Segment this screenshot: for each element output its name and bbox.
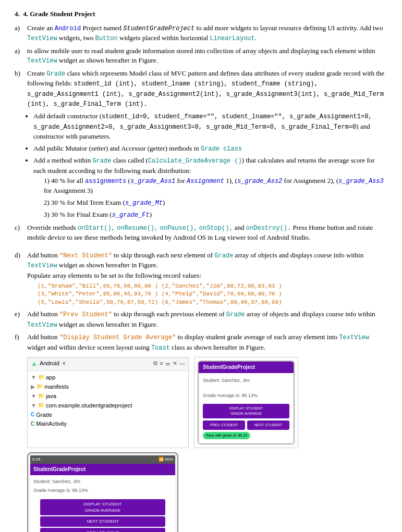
next-btn[interactable]: NEXT STUDENT xyxy=(247,420,289,430)
phone-header: StudentGradeProject xyxy=(30,464,175,476)
item-content-e: Add button "Prev Student" to skip throug… xyxy=(27,310,387,330)
tree-grade: C Grade xyxy=(31,411,185,420)
prev-btn[interactable]: PREV STUDENT xyxy=(203,420,245,430)
phone-student: Student: Sanchez, Jim xyxy=(33,478,172,485)
bullet-list: Add default constructor (student_id=0, s… xyxy=(33,112,387,220)
item-e: e) Add button "Prev Student" to skip thr… xyxy=(15,310,387,330)
prev-btn-ref: "Prev Student" xyxy=(59,311,112,318)
item-b: b) Create Grade class which represents M… xyxy=(15,69,387,109)
mark-3: 3) 30 % for Final Exam (s_grade_Ft) xyxy=(44,210,387,220)
mark-2: 2) 30 % for Mid Term Exam (s_grade_Mt) xyxy=(44,198,387,208)
file-tree: ▼ 📁 app ▶ 📁 manifests ▼ 📁 java ▼ 📁 xyxy=(28,371,188,431)
records-block: (1,"Graham","Bill",69,70,98,80,90 ) (2,"… xyxy=(38,282,387,307)
item-label-e: e) xyxy=(15,310,27,330)
textview-ref2: TextView xyxy=(27,57,57,65)
item-label-a2: a) xyxy=(15,46,27,66)
app-label: app xyxy=(46,374,55,382)
ass1-ref: s_grade_Ass1 xyxy=(130,178,175,185)
tree-mainactivity: C MainActivity xyxy=(31,419,185,429)
phone-screen-left: 6:05 📶 60% StudentGradeProject Student: … xyxy=(27,452,178,532)
columns-icon: ⚌ xyxy=(165,360,170,368)
tree-package: ▼ 📁 com.example.studentgradeproject xyxy=(31,401,185,411)
list-icon[interactable]: ≡ xyxy=(160,360,163,368)
item-content-a2: to allow mobile user to read student gra… xyxy=(27,46,387,66)
grade-ref2: Grade xyxy=(92,157,111,165)
grade-ref4: Grade xyxy=(226,311,245,318)
android-text: Android xyxy=(55,25,81,32)
item-content-f: Add button "Display Student Grade Averag… xyxy=(27,332,387,353)
textview-ref1: TextView xyxy=(27,35,57,42)
display-avg-btn-ref: "Display Student Grade Average" xyxy=(59,334,176,341)
time-display: 6:05 xyxy=(32,456,41,463)
folder-icon-java: 📁 xyxy=(38,392,44,400)
main-title: 4. 4. Grade Student Project xyxy=(15,9,387,19)
figures-row: ▲ Android ▼ ⚙ ≡ ⚌ ✕ — ▼ 📁 app ▶ 📁 xyxy=(27,357,387,448)
ondestroy-ref: onDestroy(). xyxy=(246,225,291,232)
item-label-b: b) xyxy=(15,69,27,109)
onstart-ref: onStart(), xyxy=(78,225,115,232)
nav-btn-row: PREV STUDENT NEXT STUDENT xyxy=(203,420,289,430)
package-label: com.example.studentgradeproject xyxy=(46,402,132,410)
expand-icon-java: ▼ xyxy=(31,392,36,401)
bullet-2: Add public Mutator (setter) and Accessor… xyxy=(33,144,387,154)
assignments-ref: assignments xyxy=(85,178,126,185)
item-content-a1: Create an Android Project named StudentG… xyxy=(27,23,387,44)
file-icon-grade: C xyxy=(31,411,34,419)
android-bar-label: Android xyxy=(40,360,59,368)
page-container: 4. 4. Grade Student Project a) Create an… xyxy=(15,9,387,532)
item-label-f: f) xyxy=(15,332,27,353)
figure-left: ▲ Android ▼ ⚙ ≡ ⚌ ✕ — ▼ 📁 app ▶ 📁 xyxy=(27,357,189,448)
minimize-icon[interactable]: — xyxy=(179,360,185,368)
grade-ref1: Grade xyxy=(46,70,65,78)
item-content-b: Create Grade class which represents Mode… xyxy=(27,69,387,109)
phone-next-btn[interactable]: NEXT STUDENT xyxy=(40,516,165,527)
toast-container: Pass with grade of: 86.13 xyxy=(203,432,289,439)
phone-body: Student: Sanchez, Jim Grade Average is: … xyxy=(30,475,175,532)
settings-icon[interactable]: ⚙ xyxy=(153,360,158,368)
toast-message: Pass with grade of: 86.13 xyxy=(203,432,250,439)
phone-figure-left: 6:05 📶 60% StudentGradeProject Student: … xyxy=(27,452,178,532)
textview-ref3: TextView xyxy=(27,262,57,269)
item-content-d: Add button "Next Student" to skip throug… xyxy=(27,251,387,307)
right-phone-header: StudentGradeProject xyxy=(199,362,294,374)
grade-file-label: Grade xyxy=(36,411,52,419)
grade-class-ref: Grade class xyxy=(201,145,242,153)
mark-1: 1) 40 % for all assignments (s_grade_Ass… xyxy=(44,176,387,196)
folder-icon-app: 📁 xyxy=(38,374,44,381)
item-a1: a) Create an Android Project named Stude… xyxy=(15,23,387,44)
item-f: f) Add button "Display Student Grade Ave… xyxy=(15,332,387,353)
onstop-ref: onStop(), xyxy=(199,225,233,232)
onpause-ref: onPause(), xyxy=(160,225,198,232)
android-bar: ▲ Android ▼ ⚙ ≡ ⚌ ✕ — xyxy=(28,357,188,371)
expand-icon-pkg: ▼ xyxy=(31,402,36,410)
phone-figures-row: 6:05 📶 60% StudentGradeProject Student: … xyxy=(27,452,387,532)
item-content-c: Override methods onStart(), onResume(), … xyxy=(27,223,387,243)
gear-icon[interactable]: ✕ xyxy=(173,360,177,368)
phone-grade: Grade Average is: 86.13% xyxy=(33,487,172,494)
ass2-ref: s_grade_Ass2 xyxy=(237,178,282,185)
mainactivity-label: MainActivity xyxy=(36,420,67,428)
student-field: Student: Sanchez, Jim xyxy=(203,377,289,384)
figure-right: StudentGradeProject Student: Sanchez, Ji… xyxy=(194,357,298,448)
phone-prev-btn[interactable]: PREV STUDENT xyxy=(40,528,165,532)
java-label: java xyxy=(46,392,56,401)
phone-display-btn[interactable]: DISPLAY STUDENTGRADE AVERAGE xyxy=(40,499,165,515)
manifests-label: manifests xyxy=(44,383,69,391)
right-phone: StudentGradeProject Student: Sanchez, Ji… xyxy=(198,361,295,444)
display-avg-btn[interactable]: DISPLAY STUDENTGRADE AVERAGE xyxy=(203,404,289,418)
fields-list: student_id (int), student_lname (string)… xyxy=(27,80,384,108)
grade-field: Grade Average is: 86.13% xyxy=(203,392,289,399)
expand-icon: ▼ xyxy=(31,374,36,382)
item-c: c) Override methods onStart(), onResume(… xyxy=(15,223,387,243)
signal-display: 📶 60% xyxy=(159,456,173,463)
tree-app: ▼ 📁 app xyxy=(31,373,185,382)
item-d: d) Add button "Next Student" to skip thr… xyxy=(15,251,387,307)
assignment1-label: Assignment xyxy=(187,178,224,185)
finalterm-ref: s_grade_Ft xyxy=(112,212,150,219)
item-a2: a) to allow mobile user to read student … xyxy=(15,46,387,66)
bullet-3: Add a method within Grade class called (… xyxy=(33,156,387,220)
toast-ref: Toast xyxy=(151,344,170,352)
constructor-params: student_id=0, student_fname="", student_… xyxy=(33,113,372,130)
dropdown-icon[interactable]: ▼ xyxy=(62,360,67,368)
project-name: StudentGradeProject xyxy=(123,25,194,32)
